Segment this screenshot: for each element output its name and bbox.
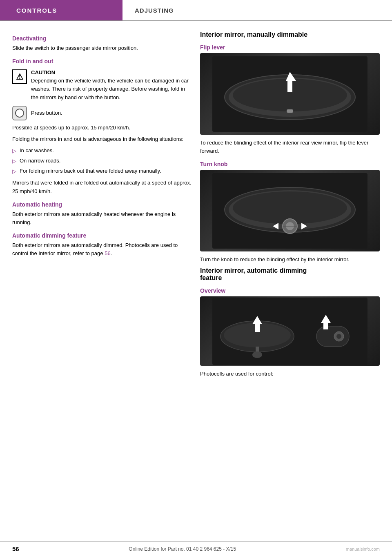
left-column: Deactivating Slide the switch to the pas…: [12, 29, 192, 382]
fold-heading: Fold in and out: [12, 58, 192, 64]
turn-knob-heading: Turn knob: [200, 161, 380, 167]
overview-svg: [212, 298, 368, 365]
footer-text: Online Edition for Part no. 01 40 2 964 …: [129, 546, 236, 552]
auto-dimming-text-1: Both exterior mirrors are automatically …: [12, 242, 178, 256]
right-column: Interior mirror, manually dimmable Flip …: [200, 29, 380, 382]
svg-rect-5: [287, 80, 292, 92]
auto-dimming-text-2: .: [111, 250, 112, 256]
page-header: CONTROLS ADJUSTING: [0, 0, 392, 21]
auto-dimming-feature-heading: Interior mirror, automatic dimming featu…: [200, 267, 380, 282]
list-item: ▷ In car washes.: [12, 147, 192, 155]
caution-box: ⚠ CAUTION Depending on the vehicle width…: [12, 69, 192, 102]
press-button-row: Press button.: [12, 106, 192, 120]
overview-image: [200, 296, 380, 366]
auto-dimming-text: Both exterior mirrors are automatically …: [12, 241, 192, 258]
list-item: ▷ For folding mirrors back out that were…: [12, 167, 192, 176]
svg-rect-23: [316, 326, 349, 347]
turn-knob-svg: [212, 173, 368, 249]
list-item-text: For folding mirrors back out that were f…: [20, 167, 161, 175]
overview-heading: Overview: [200, 287, 380, 294]
auto-dimming-link[interactable]: 56: [105, 250, 110, 256]
press-button-text: Press button.: [31, 109, 62, 117]
possible-text: Possible at speeds up to approx. 15 mph/…: [12, 124, 192, 132]
caution-title: CAUTION: [31, 69, 55, 76]
mirrors-text: Mirrors that were folded in are folded o…: [12, 179, 192, 195]
auto-heating-heading: Automatic heating: [12, 201, 192, 208]
svg-rect-20: [255, 323, 260, 332]
svg-point-22: [252, 351, 262, 358]
button-circle-icon: [15, 109, 24, 118]
flip-lever-text: To reduce the blinding effect of the int…: [200, 139, 380, 155]
caution-body: Depending on the vehicle width, the vehi…: [31, 78, 189, 100]
press-button-icon: [12, 106, 27, 120]
header-adjusting-tab: ADJUSTING: [122, 0, 186, 20]
svg-rect-27: [323, 322, 328, 329]
deactivating-text: Slide the switch to the passenger side m…: [12, 44, 192, 52]
caution-symbol: ⚠: [16, 72, 23, 82]
page-number: 56: [12, 545, 19, 552]
list-item-text: On narrow roads.: [20, 157, 60, 165]
bullet-list: ▷ In car washes. ▷ On narrow roads. ▷ Fo…: [12, 147, 192, 176]
controls-label: CONTROLS: [16, 7, 57, 14]
footer-watermark: manualsinfo.com: [346, 547, 380, 552]
adjusting-label: ADJUSTING: [135, 7, 174, 14]
list-item-text: In car washes.: [20, 147, 54, 155]
flip-lever-svg: [212, 56, 368, 132]
svg-rect-6: [287, 109, 293, 113]
page-footer: 56 Online Edition for Part no. 01 40 2 9…: [0, 541, 392, 556]
header-controls-tab: CONTROLS: [0, 0, 122, 20]
bullet-arrow-icon: ▷: [12, 167, 17, 176]
turn-knob-text: Turn the knob to reduce the blinding eff…: [200, 256, 380, 264]
svg-point-25: [336, 334, 341, 339]
bullet-arrow-icon: ▷: [12, 157, 17, 165]
folding-text: Folding the mirrors in and out is advant…: [12, 135, 192, 143]
flip-lever-heading: Flip lever: [200, 44, 380, 51]
photocells-text: Photocells are used for control:: [200, 370, 380, 378]
main-content: Deactivating Slide the switch to the pas…: [0, 21, 392, 390]
caution-text-block: CAUTION Depending on the vehicle width, …: [31, 69, 192, 102]
bullet-arrow-icon: ▷: [12, 147, 17, 155]
deactivating-heading: Deactivating: [12, 35, 192, 42]
caution-icon: ⚠: [12, 69, 27, 84]
turn-knob-image: [200, 170, 380, 251]
auto-dimming-heading: Automatic dimming feature: [12, 232, 192, 239]
list-item: ▷ On narrow roads.: [12, 157, 192, 165]
flip-lever-image: [200, 53, 380, 135]
auto-heating-text: Both exterior mirrors are automatically …: [12, 210, 192, 227]
interior-mirror-heading: Interior mirror, manually dimmable: [200, 31, 380, 38]
